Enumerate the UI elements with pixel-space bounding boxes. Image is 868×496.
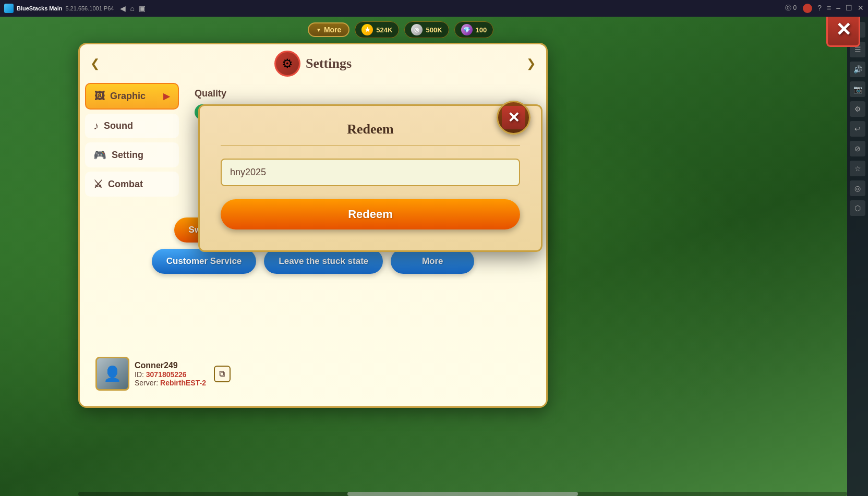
nav-item-graphic[interactable]: 🖼 Graphic ▶ (85, 83, 179, 110)
sound-icon: ♪ (93, 120, 99, 132)
scroll-bar[interactable] (78, 492, 847, 496)
window-icon1: ⓪ 0 (785, 4, 797, 13)
maximize-btn[interactable]: ☐ (846, 4, 852, 13)
nav-label-setting: Setting (112, 150, 143, 161)
modal-close-button[interactable]: ✕ (497, 101, 531, 135)
settings-header: ❮ ⚙ Settings ❯ (80, 44, 546, 83)
toolbar-btn-9[interactable]: ◎ (850, 180, 865, 196)
currency-gems: 💎 100 (454, 21, 494, 38)
leave-stuck-button[interactable]: Leave the stuck state (264, 249, 383, 274)
gem-amount: 100 (476, 26, 487, 34)
settings-nav: 🖼 Graphic ▶ ♪ Sound 🎮 Setting ⚔ Combat (80, 83, 184, 197)
user-details: Conner249 ID: 3071805226 Server: Rebirth… (135, 361, 206, 387)
nav-item-sound[interactable]: ♪ Sound (85, 114, 179, 138)
nav-label-graphic: Graphic (110, 91, 146, 102)
titlebar: BlueStacks Main 5.21.656.1001 P64 ◀ ⌂ ▣ … (0, 0, 868, 17)
user-id-value: 3071805226 (146, 370, 187, 379)
customer-service-button[interactable]: Customer Service (152, 249, 257, 274)
window-controls: ⓪ 0 ? ≡ – ☐ ✕ (785, 4, 864, 13)
nav-back-btn[interactable]: ◀ (120, 4, 126, 13)
toolbar-btn-6[interactable]: ↩ (850, 121, 865, 137)
close-btn[interactable]: ✕ (858, 4, 864, 13)
app-title: BlueStacks Main (17, 5, 62, 11)
shell-amount: 500K (426, 26, 442, 34)
modal-close-x-icon: ✕ (502, 106, 525, 129)
star-amount: 524K (376, 26, 392, 34)
menu-btn[interactable]: ≡ (827, 4, 831, 13)
currency-stars: ★ 524K (355, 21, 399, 38)
user-id-row: ID: 3071805226 (135, 370, 206, 379)
redeem-submit-button[interactable]: Redeem (221, 199, 520, 229)
settings-title: Settings (306, 56, 352, 71)
user-server-label: Server: (135, 379, 158, 387)
toolbar-btn-3[interactable]: 🔊 (850, 62, 865, 77)
toolbar-btn-5[interactable]: ⚙ (850, 101, 865, 117)
graphic-icon: 🖼 (94, 90, 105, 102)
right-toolbar: ⊕ ☰ 🔊 📷 ⚙ ↩ ⊘ ☆ ◎ ⬡ (847, 17, 868, 496)
user-info: 👤 Conner249 ID: 3071805226 Server: Rebir… (95, 357, 231, 391)
nav-label-sound: Sound (104, 120, 133, 131)
graphic-nav-arrow: ▶ (163, 91, 170, 101)
nav-item-combat[interactable]: ⚔ Combat (85, 172, 179, 197)
redeem-modal: Redeem ✕ Redeem (198, 104, 542, 252)
hud-more-button[interactable]: More (308, 22, 349, 37)
toolbar-btn-4[interactable]: 📷 (850, 81, 865, 97)
titlebar-nav: ◀ ⌂ ▣ (120, 4, 145, 13)
user-name: Conner249 (135, 361, 206, 370)
gem-icon: 💎 (461, 24, 473, 35)
user-id-label: ID: (135, 370, 144, 379)
game-close-button[interactable]: ✕ (826, 13, 860, 47)
nav-label-combat: Combat (108, 179, 143, 190)
nav-item-setting[interactable]: 🎮 Setting (85, 142, 179, 167)
user-server-value: RebirthEST-2 (160, 379, 206, 387)
buttons-row-2: Customer Service Leave the stuck state M… (95, 249, 531, 274)
user-avatar: 👤 (95, 357, 129, 391)
toolbar-btn-7[interactable]: ⊘ (850, 141, 865, 156)
help-btn[interactable]: ? (817, 4, 822, 13)
toolbar-btn-10[interactable]: ⬡ (850, 200, 865, 216)
settings-right-arrow[interactable]: ❯ (526, 57, 536, 70)
top-hud: More ★ 524K ◎ 500K 💎 100 ✕ (0, 17, 868, 43)
combat-icon: ⚔ (93, 178, 103, 190)
window-avatar[interactable] (803, 4, 812, 13)
shell-icon: ◎ (411, 24, 423, 35)
user-server-row: Server: RebirthEST-2 (135, 379, 206, 387)
setting-icon: 🎮 (93, 149, 106, 161)
nav-home-btn[interactable]: ⌂ (130, 4, 134, 13)
bluestacks-logo (4, 4, 14, 13)
nav-tab-btn[interactable]: ▣ (139, 4, 146, 13)
currency-shells: ◎ 500K (404, 21, 449, 38)
toolbar-btn-8[interactable]: ☆ (850, 161, 865, 176)
modal-title: Redeem (347, 122, 394, 137)
minimize-btn[interactable]: – (836, 4, 840, 13)
settings-left-arrow[interactable]: ❮ (90, 57, 100, 70)
star-icon: ★ (361, 24, 373, 35)
redeem-code-input[interactable] (221, 159, 520, 186)
more-button[interactable]: More (391, 249, 474, 274)
app-version: 5.21.656.1001 P64 (65, 5, 114, 11)
quality-label: Quality (195, 88, 536, 99)
copy-id-button[interactable]: ⧉ (214, 366, 231, 382)
settings-gear-icon: ⚙ (274, 51, 300, 77)
modal-header: Redeem ✕ (221, 122, 520, 146)
scroll-thumb (347, 492, 578, 496)
